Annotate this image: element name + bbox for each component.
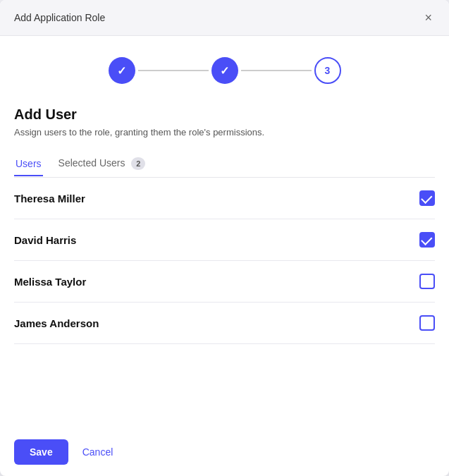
user-row-david: David Harris <box>14 219 435 261</box>
section-title: Add User <box>14 106 435 123</box>
section-description: Assign users to the role, granting them … <box>14 127 435 138</box>
user-row-theresa: Theresa Miller <box>14 178 435 219</box>
tab-selected-users[interactable]: Selected Users 2 <box>57 152 147 177</box>
user-row-james: James Anderson <box>14 303 435 344</box>
step-line-2 <box>241 70 312 71</box>
user-checkbox-david[interactable] <box>419 232 435 248</box>
step-1: ✓ <box>109 57 135 84</box>
user-name-james: James Anderson <box>14 317 99 329</box>
user-row-melissa: Melissa Taylor <box>14 261 435 303</box>
user-name-theresa: Theresa Miller <box>14 193 85 205</box>
modal-footer: Save Cancel <box>0 428 449 476</box>
tab-selected-users-badge: 2 <box>131 157 145 170</box>
step-3: 3 <box>314 57 341 84</box>
user-name-david: David Harris <box>14 234 76 246</box>
save-button[interactable]: Save <box>14 439 68 465</box>
step-2-icon: ✓ <box>220 64 229 78</box>
tab-selected-users-label: Selected Users <box>59 157 125 169</box>
user-checkbox-melissa[interactable] <box>419 274 435 289</box>
step-3-label: 3 <box>325 65 331 76</box>
close-button[interactable]: × <box>422 10 435 25</box>
modal-title: Add Application Role <box>14 12 105 23</box>
tab-users[interactable]: Users <box>14 152 43 176</box>
tabs-container: Users Selected Users 2 <box>14 152 435 178</box>
modal-body: ✓ ✓ 3 Add User Assign users to the role,… <box>0 36 449 428</box>
user-checkbox-theresa[interactable] <box>419 190 435 206</box>
user-checkbox-james[interactable] <box>419 315 435 331</box>
step-2: ✓ <box>211 57 238 84</box>
step-line-1 <box>138 70 209 71</box>
modal-header: Add Application Role × <box>0 0 449 36</box>
user-name-melissa: Melissa Taylor <box>14 276 86 288</box>
step-1-icon: ✓ <box>117 64 126 78</box>
add-application-role-modal: Add Application Role × ✓ ✓ 3 Add User As… <box>0 0 449 476</box>
cancel-button[interactable]: Cancel <box>77 439 119 465</box>
user-list: Theresa Miller David Harris Melissa Tayl… <box>14 178 435 414</box>
tab-users-label: Users <box>16 158 42 169</box>
stepper: ✓ ✓ 3 <box>14 57 435 84</box>
